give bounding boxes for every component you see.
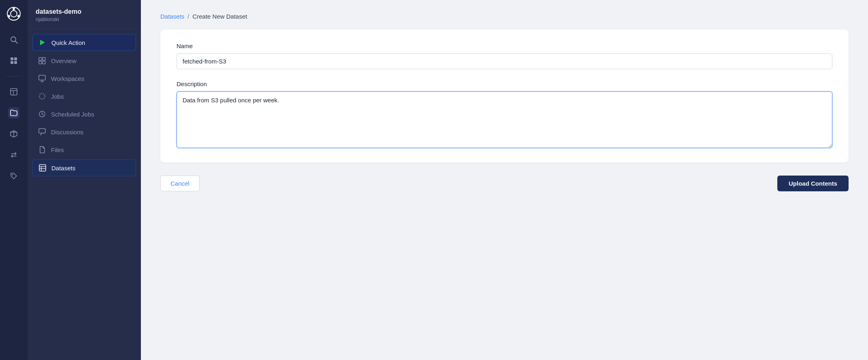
- datasets-icon: [38, 164, 47, 172]
- sidebar-item-label: Discussions: [51, 129, 83, 136]
- play-icon: [38, 38, 47, 47]
- sidebar-item-label: Datasets: [51, 165, 75, 172]
- svg-point-1: [11, 11, 17, 17]
- sidebar-item-label: Scheduled Jobs: [51, 111, 94, 118]
- sidebar-item-jobs[interactable]: Jobs: [32, 88, 136, 104]
- sidebar-item-workspaces[interactable]: Workspaces: [32, 70, 136, 87]
- sidebar-item-label: Files: [51, 146, 64, 153]
- folder-icon[interactable]: [8, 107, 19, 119]
- table-icon[interactable]: [8, 86, 19, 97]
- upload-contents-button[interactable]: Upload Contents: [777, 176, 849, 191]
- files-icon: [38, 146, 46, 154]
- svg-rect-7: [11, 57, 13, 60]
- create-dataset-form: Name Description: [160, 30, 849, 163]
- svg-rect-11: [11, 89, 17, 95]
- sidebar-nav: Quick Action Overview Work: [28, 29, 141, 181]
- name-field: Name: [177, 42, 832, 69]
- clock-icon: [38, 110, 46, 118]
- cancel-button[interactable]: Cancel: [160, 176, 200, 191]
- sidebar: datasets-demo njablonski Quick Action Ov…: [28, 0, 141, 360]
- svg-point-22: [39, 93, 45, 99]
- discussions-icon: [38, 128, 46, 136]
- svg-rect-20: [43, 61, 45, 64]
- sidebar-item-label: Overview: [51, 57, 77, 64]
- svg-point-5: [11, 37, 16, 42]
- svg-rect-9: [11, 61, 13, 64]
- sidebar-item-discussions[interactable]: Discussions: [32, 124, 136, 140]
- search-icon[interactable]: [8, 34, 19, 45]
- description-textarea[interactable]: [177, 91, 832, 148]
- description-field: Description: [177, 80, 832, 150]
- breadcrumb-separator: /: [187, 13, 189, 20]
- breadcrumb: Datasets / Create New Dataset: [160, 13, 849, 20]
- sidebar-item-label: Quick Action: [51, 39, 85, 46]
- svg-point-4: [8, 15, 10, 17]
- svg-rect-21: [39, 75, 45, 80]
- name-input[interactable]: [177, 53, 832, 69]
- form-actions: Cancel Upload Contents: [160, 176, 849, 191]
- svg-point-16: [12, 174, 13, 176]
- app-logo[interactable]: [6, 6, 21, 21]
- icon-bar: [0, 0, 28, 360]
- breadcrumb-current: Create New Dataset: [192, 13, 247, 20]
- svg-rect-10: [14, 61, 17, 64]
- svg-line-6: [15, 41, 17, 43]
- svg-rect-8: [14, 57, 17, 60]
- svg-rect-17: [39, 57, 42, 60]
- sidebar-item-label: Jobs: [51, 93, 64, 100]
- sidebar-item-quick-action[interactable]: Quick Action: [32, 34, 136, 51]
- divider: [6, 76, 22, 76]
- name-label: Name: [177, 42, 832, 49]
- sidebar-item-label: Workspaces: [51, 75, 84, 82]
- cube-icon[interactable]: [8, 128, 19, 140]
- sidebar-user: njablonski: [36, 16, 133, 22]
- main-content-area: Datasets / Create New Dataset Name Descr…: [141, 0, 868, 360]
- sidebar-header: datasets-demo njablonski: [28, 0, 141, 29]
- sidebar-item-files[interactable]: Files: [32, 142, 136, 158]
- svg-rect-19: [39, 61, 42, 64]
- sidebar-item-datasets[interactable]: Datasets: [32, 159, 136, 176]
- tag-icon[interactable]: [8, 170, 19, 182]
- breadcrumb-link[interactable]: Datasets: [160, 13, 184, 20]
- svg-rect-24: [39, 129, 45, 133]
- svg-rect-18: [43, 57, 45, 60]
- page-content: Datasets / Create New Dataset Name Descr…: [141, 0, 868, 360]
- overview-icon: [38, 57, 46, 65]
- description-label: Description: [177, 80, 832, 87]
- transfer-icon[interactable]: [8, 149, 19, 161]
- sidebar-item-overview[interactable]: Overview: [32, 53, 136, 69]
- jobs-icon: [38, 92, 46, 100]
- svg-rect-25: [39, 165, 46, 171]
- svg-point-3: [17, 15, 20, 17]
- svg-point-2: [13, 8, 15, 10]
- app-name: datasets-demo: [36, 8, 133, 15]
- sidebar-item-scheduled-jobs[interactable]: Scheduled Jobs: [32, 106, 136, 122]
- workspaces-icon: [38, 74, 46, 83]
- grid-icon[interactable]: [8, 55, 19, 66]
